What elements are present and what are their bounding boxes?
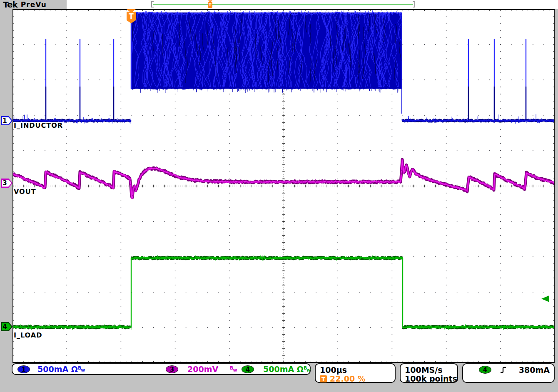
trigger-position-badge[interactable]: T [126, 9, 136, 25]
logo-band: Tek PreVu [0, 0, 67, 9]
trigger-t-icon: T [127, 12, 136, 23]
acquisition-mode-label: PreVu [21, 0, 47, 9]
rising-edge-icon [500, 366, 507, 374]
ch4-scale: 500mA [263, 365, 294, 374]
ch4-badge: 4 [242, 365, 254, 373]
time-per-div-readout: 100µs [320, 365, 347, 375]
ch3-position-marker[interactable]: 3 [1, 179, 12, 188]
record-window-left-bracket [151, 1, 154, 7]
ch4-marker-number: 4 [1, 322, 9, 331]
header-bar: Tek PreVu T [0, 0, 558, 9]
trigger-readout-box[interactable]: 4 380mA [462, 363, 555, 383]
trigger-level-readout: 380mA [519, 365, 550, 375]
ch1-badge: 1 [17, 365, 30, 373]
ch4-coupling-icon: Ω [297, 365, 304, 374]
record-window-trigger-marker: T [208, 0, 213, 9]
ch1-coupling-icon: Ω [71, 365, 78, 374]
ch3-bandwidth-readout: BW [230, 365, 237, 374]
ch3-badge: 3 [166, 365, 178, 373]
waveform-display [12, 9, 555, 363]
ch1-scale-readout: 500mA ΩBW [37, 365, 85, 374]
ch1-bandwidth-icon-sub: W [81, 368, 85, 372]
tek-logo: Tek [3, 0, 17, 10]
trigger-position-readout: T 22.00 % [320, 374, 366, 383]
ch1-switching-band [127, 12, 416, 89]
trigger-level-arrow-icon[interactable] [541, 295, 549, 302]
ch4-scale-readout: 500mA ΩBW [263, 365, 311, 374]
oscilloscope-screen: Tek PreVu T I_INDUCTOR VOUT I_LOAD 1 3 4 [0, 0, 558, 392]
ch4-trace [12, 255, 554, 330]
record-window-line [153, 4, 413, 5]
trigger-source-badge: 4 [479, 366, 491, 374]
trigger-position-percent: 22.00 % [330, 374, 366, 383]
record-length-readout: 100k points [405, 374, 457, 383]
trigger-t-icon: T [208, 2, 212, 8]
ch3-marker-number: 3 [1, 179, 9, 188]
ch1-position-marker[interactable]: 1 [1, 116, 12, 125]
acquisition-readout-box[interactable]: 100MS/s 100k points [400, 363, 458, 383]
ch1-trace-label: I_INDUCTOR [13, 122, 64, 129]
ch4-bandwidth-icon-sub: W [306, 368, 311, 372]
ch4-trace-label: I_LOAD [13, 332, 43, 339]
horizontal-readout-box[interactable]: 100µs T 22.00 % [315, 363, 396, 383]
ch3-scale: 200mV [187, 365, 218, 374]
ch4-position-marker[interactable]: 4 [1, 322, 12, 331]
ch1-scale: 500mA [37, 365, 68, 374]
ch3-bandwidth-icon-sub: W [233, 368, 237, 372]
graticule-area: I_INDUCTOR VOUT I_LOAD [12, 9, 555, 363]
trigger-t-icon: T [320, 375, 327, 382]
ch3-scale-readout: 200mV [187, 365, 218, 374]
record-window-right-bracket [412, 1, 415, 7]
channel-scale-readout-box[interactable]: 1 500mA ΩBW 3 200mV BW 4 500mA ΩBW [12, 363, 311, 375]
ch3-trace-label: VOUT [13, 188, 37, 196]
sample-rate-readout: 100MS/s [405, 365, 443, 375]
ch1-marker-number: 1 [1, 116, 9, 125]
